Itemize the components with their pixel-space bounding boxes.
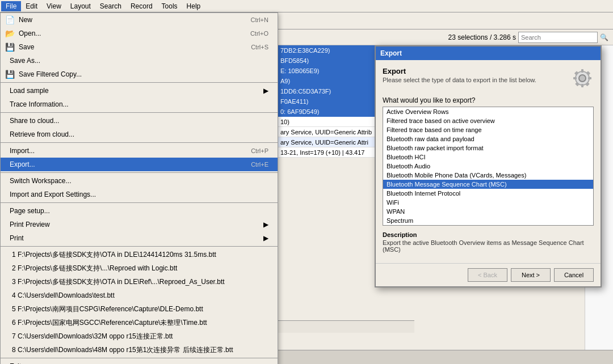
dialog-header: Export Please select the type of data to… (383, 67, 594, 90)
export-item-bt-msc[interactable]: Bluetooth Message Sequence Chart (MSC) (383, 180, 593, 189)
export-what-label: What would you like to export? (383, 96, 594, 104)
export-list[interactable]: Active Overview Rows Filtered trace base… (383, 107, 594, 226)
menu-record[interactable]: Record (126, 1, 157, 11)
menu-item-save[interactable]: 💾 Save Ctrl+S (1, 40, 278, 54)
menu-item-recent-3[interactable]: 3 F:\Projects\多链接SDK支持\OTA in DLE\Ref\..… (1, 275, 278, 289)
svg-rect-4 (573, 77, 577, 79)
separator-3 (1, 142, 278, 143)
export-item-logic[interactable]: Logic signals (383, 225, 593, 226)
export-item-active-overview[interactable]: Active Overview Rows (383, 107, 593, 116)
dialog-title-text: Export (383, 67, 536, 75)
menu-item-recent-5[interactable]: 5 F:\Projects\南网项目CSPG\Reference\Capture… (1, 302, 278, 316)
menu-item-import[interactable]: Import... Ctrl+P (1, 144, 278, 158)
menu-item-export[interactable]: Export... Ctrl+E (1, 158, 278, 171)
separator-7 (1, 358, 278, 358)
dialog-titlebar: Export (376, 46, 601, 60)
app-window: File Edit View Layout Search Record Tool… (0, 0, 613, 364)
separator-1 (1, 82, 278, 83)
gear-icon (571, 67, 594, 90)
export-item-bt-internet[interactable]: Bluetooth Internet Protocol (383, 189, 593, 198)
menu-tools[interactable]: Tools (157, 1, 182, 11)
menu-item-page-setup[interactable]: Page setup... (1, 204, 278, 218)
dialog-header-text: Export Please select the type of data to… (383, 67, 536, 83)
menu-item-print-preview[interactable]: Print Preview ▶ (1, 218, 278, 231)
menu-item-print[interactable]: Print ▶ (1, 231, 278, 245)
menu-edit[interactable]: Edit (21, 1, 42, 11)
menu-item-import-export-settings[interactable]: Import and Export Settings... (1, 188, 278, 201)
dialog-footer: < Back Next > Cancel (376, 263, 601, 286)
svg-rect-3 (581, 84, 583, 87)
menu-item-recent-1[interactable]: 1 F:\Projects\多链接SDK支持\OTA in DLE\124414… (1, 248, 278, 261)
menu-item-exit[interactable]: Exit (1, 359, 278, 364)
menu-file[interactable]: File (1, 1, 21, 11)
export-dialog: Export Export Please select the type of … (375, 45, 602, 287)
description-section: Description Export the active Bluetooth … (383, 231, 594, 256)
menu-item-recent-2[interactable]: 2 F:\Projects\多链接SDK支持\...\Reproed with … (1, 261, 278, 275)
export-item-wifi[interactable]: WiFi (383, 198, 593, 207)
export-item-wpan[interactable]: WPAN (383, 207, 593, 216)
arrow-icon-3: ▶ (263, 234, 268, 242)
svg-rect-5 (588, 77, 591, 79)
separator-6 (1, 246, 278, 247)
menu-help[interactable]: Help (182, 1, 205, 11)
new-icon: 📄 (4, 14, 15, 26)
next-button[interactable]: Next > (511, 268, 551, 282)
search-input[interactable] (518, 32, 598, 43)
save-filtered-icon: 💾 (4, 69, 15, 80)
export-item-spectrum[interactable]: Spectrum (383, 216, 593, 225)
dialog-title: Export (380, 49, 402, 57)
export-item-bt-raw-packet[interactable]: Bluetooth raw packet import format (383, 143, 593, 153)
menu-item-load-sample[interactable]: Load sample ▶ (1, 84, 278, 98)
save-icon: 💾 (4, 41, 15, 53)
menu-search[interactable]: Search (95, 1, 126, 11)
svg-point-1 (579, 75, 586, 82)
dialog-subtitle: Please select the type of data to export… (383, 77, 536, 83)
back-button[interactable]: < Back (468, 268, 507, 282)
open-icon: 📂 (4, 28, 15, 39)
export-item-bt-audio[interactable]: Bluetooth Audio (383, 162, 593, 171)
dialog-body: Export Please select the type of data to… (376, 60, 601, 263)
svg-rect-2 (581, 69, 583, 73)
info-bar-right: 23 selections / 3.286 s 🔍 (448, 32, 608, 43)
export-item-bt-raw-data[interactable]: Bluetooth raw data and payload (383, 134, 593, 143)
menu-item-save-as[interactable]: Save As... (1, 54, 278, 67)
menu-view[interactable]: View (42, 1, 66, 11)
selections-text: 23 selections / 3.286 s (448, 33, 516, 41)
menu-item-share-cloud[interactable]: Share to cloud... (1, 114, 278, 128)
menu-bar: File Edit View Layout Search Record Tool… (0, 0, 613, 12)
separator-2 (1, 112, 278, 113)
arrow-icon-2: ▶ (263, 221, 268, 228)
file-dropdown-menu: 📄 New Ctrl+N 📂 Open... Ctrl+O 💾 Save Ctr… (0, 12, 278, 364)
export-item-bt-hci[interactable]: Bluetooth HCI (383, 153, 593, 162)
separator-5 (1, 202, 278, 203)
menu-item-recent-6[interactable]: 6 F:\Projects\国家电网SGCC\Reference\Capture… (1, 316, 278, 329)
menu-item-recent-4[interactable]: 4 C:\Users\dell\Downloads\test.btt (1, 289, 278, 302)
menu-item-save-filtered[interactable]: 💾 Save Filtered Copy... (1, 67, 278, 81)
description-text: Export the active Bluetooth Overview ite… (383, 239, 594, 256)
cancel-button[interactable]: Cancel (554, 268, 594, 282)
menu-layout[interactable]: Layout (66, 1, 95, 11)
menu-item-switch-workspace[interactable]: Switch Workspace... (1, 174, 278, 188)
export-item-bt-mobile[interactable]: Bluetooth Mobile Phone Data (VCards, Mes… (383, 171, 593, 180)
menu-item-trace-info[interactable]: Trace Information... (1, 98, 278, 111)
description-label: Description (383, 231, 594, 238)
export-item-filtered-active[interactable]: Filtered trace based on active overview (383, 116, 593, 125)
menu-item-new[interactable]: 📄 New Ctrl+N (1, 13, 278, 27)
menu-item-recent-8[interactable]: 8 C:\Users\dell\Downloads\48M oppo r15第1… (1, 343, 278, 357)
menu-item-open[interactable]: 📂 Open... Ctrl+O (1, 27, 278, 40)
menu-item-retrieve-cloud[interactable]: Retrieve from cloud... (1, 128, 278, 141)
separator-4 (1, 172, 278, 173)
export-item-filtered-time[interactable]: Filtered trace based on time range (383, 125, 593, 134)
search-icon[interactable]: 🔍 (600, 33, 608, 41)
menu-item-recent-7[interactable]: 7 C:\Users\dell\Downloads\32M oppo r15连接… (1, 329, 278, 343)
arrow-icon: ▶ (263, 87, 268, 95)
